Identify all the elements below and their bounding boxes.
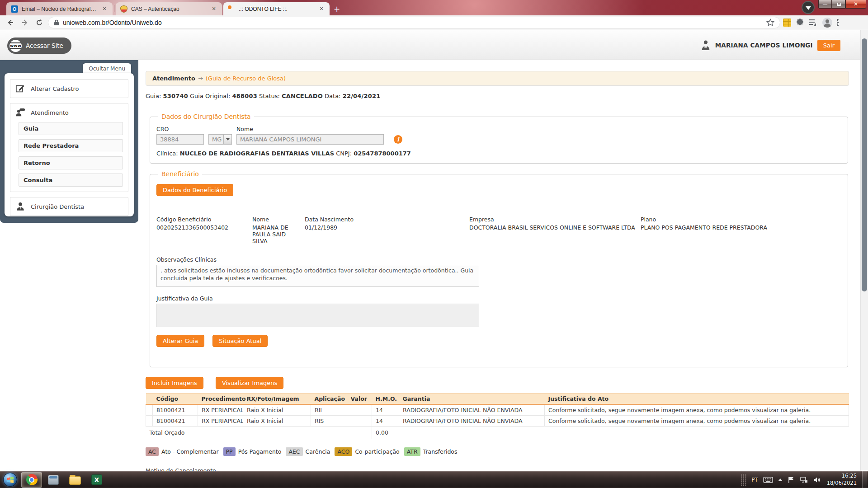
col-aplicacao: Aplicação	[311, 394, 347, 405]
extension-area	[783, 18, 840, 28]
sidebar-subitem[interactable]: Consulta	[19, 174, 123, 187]
page-scrollbar[interactable]	[860, 30, 868, 471]
sidebar: Ocultar Menu Alterar Cadastro	[0, 60, 138, 223]
clock-date: 18/06/2021	[827, 480, 857, 487]
new-tab-button[interactable]: +	[331, 3, 343, 15]
window-minimize-button[interactable]: —	[818, 0, 832, 9]
extension-icon[interactable]	[783, 19, 791, 27]
keyboard-icon[interactable]	[763, 477, 773, 483]
ocultar-menu-tab[interactable]: Ocultar Menu	[83, 63, 131, 74]
taskbar-chrome-button[interactable]	[21, 472, 42, 488]
motivo-cancelamento-label: Motivo de Cancelamento	[146, 467, 849, 471]
cell-garantia: RADIOGRAFIA/FOTO INICIAL NÃO ENVIADA	[399, 404, 545, 416]
cell-procedimento: RX PERIAPICAL	[198, 404, 243, 416]
chrome-menu-icon[interactable]	[837, 19, 839, 27]
dentista-legend: Dados do Cirurgião Dentista	[158, 113, 254, 120]
field-label: Data Nascimento	[305, 216, 464, 223]
sidebar-item-atendimento[interactable]: Atendimento	[15, 108, 123, 117]
url-bar[interactable]: unioweb.com.br/Odonto/Uniweb.do	[48, 17, 780, 28]
sidebar-item-alterar-cadastro[interactable]: Alterar Cadastro	[10, 79, 128, 98]
situacao-atual-button[interactable]: Situação Atual	[212, 335, 268, 347]
back-button[interactable]	[5, 17, 16, 28]
guia-number: 530740	[163, 93, 188, 99]
alterar-guia-button[interactable]: Alterar Guia	[156, 335, 204, 347]
scrollbar-thumb[interactable]	[862, 38, 867, 291]
tray-expand-icon[interactable]	[778, 479, 783, 481]
window-close-button[interactable]: ✕	[845, 0, 866, 9]
cro-input[interactable]: 38884	[156, 134, 204, 145]
www-globe-icon: www	[9, 40, 22, 52]
field-label: Nome	[252, 216, 299, 223]
justificativa-guia-label: Justificativa da Guia	[156, 295, 841, 302]
sair-button[interactable]: Sair	[817, 40, 840, 51]
total-value: 0,00	[372, 427, 399, 439]
profile-avatar[interactable]	[822, 18, 832, 28]
volume-icon[interactable]	[813, 476, 820, 483]
taskbar-clock[interactable]: 16:25 18/06/2021	[825, 473, 857, 487]
table-row[interactable]: 81000421 RX PERIAPICAL Raio X Inicial RI…	[146, 416, 849, 427]
procedures-table: Código Procedimento RX/Foto/Imagem Aplic…	[146, 393, 849, 439]
sidebar-subitem[interactable]: Rede Prestadora	[19, 139, 123, 152]
media-record-button[interactable]	[802, 1, 815, 14]
tab-close-icon[interactable]: ✕	[318, 5, 325, 13]
dados-beneficiario-button[interactable]: Dados do Beneficiário	[156, 184, 233, 196]
taskbar-explorer-button[interactable]	[65, 472, 85, 488]
legend-badge-label: Pós Pagamento	[238, 448, 282, 455]
observacoes-label: Observações Clínicas	[156, 256, 841, 263]
language-indicator[interactable]: PT	[751, 477, 758, 483]
uf-select[interactable]: MG	[208, 134, 232, 145]
web-page: www Acessar Site MARIANA CAMPOS LIMONGI …	[0, 30, 868, 471]
extensions-puzzle-icon[interactable]	[796, 19, 804, 27]
sidebar-subitem[interactable]: Guia	[19, 122, 123, 135]
cell-rx: Raio X Inicial	[243, 416, 311, 427]
action-center-flag-icon[interactable]	[788, 476, 795, 483]
uf-value: MG	[209, 135, 223, 144]
start-button[interactable]	[3, 473, 17, 487]
clinica-line: Clínica: NUCLEO DE RADIOGRAFIAS DENTARIA…	[156, 150, 841, 157]
justificativa-guia-textarea[interactable]	[156, 304, 479, 327]
refresh-button[interactable]	[33, 17, 45, 28]
app-header: www Acessar Site MARIANA CAMPOS LIMONGI …	[0, 30, 860, 60]
window-maximize-button[interactable]	[832, 0, 845, 9]
guia-summary: Guia: 530740 Guia Original: 488003 Statu…	[146, 93, 849, 99]
sidebar-subitem[interactable]: Retorno	[19, 156, 123, 169]
cell-valor	[347, 404, 372, 416]
forward-button[interactable]	[19, 17, 31, 28]
show-desktop-button[interactable]	[862, 471, 867, 488]
tab-close-icon[interactable]: ✕	[210, 5, 217, 13]
visualizar-imagens-button[interactable]: Visualizar Imagens	[216, 377, 283, 389]
table-row[interactable]: 81000421 RX PERIAPICAL Raio X Inicial RI…	[146, 404, 849, 416]
maximize-icon	[837, 3, 841, 6]
acessar-site-button[interactable]: www Acessar Site	[7, 38, 71, 54]
cell-aplicacao: RII	[311, 404, 347, 416]
bookmark-star-icon[interactable]	[766, 19, 774, 27]
main-content: Atendimento → (Guia de Recurso de Glosa)…	[146, 60, 849, 471]
excel-icon: X	[91, 474, 102, 485]
taskbar: X PT 16:25 18/06/2021	[0, 471, 868, 488]
tab-odonto-life[interactable]: .:: ODONTO LIFE ::. ✕	[223, 2, 330, 15]
reading-list-icon[interactable]	[809, 19, 818, 26]
field-value: 01/12/1989	[305, 224, 464, 231]
legend-badge-label: Transferidos	[423, 448, 458, 455]
beneficiario-field: Nome MARIANA DE PAULA SAID SILVA	[252, 216, 299, 244]
legend-badge: AC	[146, 447, 159, 456]
nome-label: Nome	[236, 126, 384, 132]
legend-badge-label: Carência	[306, 448, 330, 455]
cell-select	[146, 416, 153, 427]
tab-close-icon[interactable]: ✕	[101, 5, 108, 13]
nome-input[interactable]: MARIANA CAMPOS LIMONGI	[236, 134, 384, 145]
acessar-site-label: Acessar Site	[26, 42, 63, 49]
breadcrumb: Atendimento → (Guia de Recurso de Glosa)	[146, 71, 849, 86]
sidebar-item-cirurgiao-dentista[interactable]: Cirurgião Dentista	[10, 197, 128, 216]
edit-icon	[15, 84, 25, 94]
observacoes-textarea[interactable]: . atos solicitados estão inclusos na doc…	[156, 265, 479, 287]
network-icon[interactable]	[800, 476, 808, 483]
incluir-imagens-button[interactable]: Incluir Imagens	[146, 377, 203, 389]
tab-email[interactable]: O Email – Núcleo de Radiografias V ✕	[6, 2, 113, 15]
info-icon[interactable]: i	[394, 135, 402, 144]
user-area: MARIANA CAMPOS LIMONGI Sair	[701, 30, 840, 60]
breadcrumb-section: Atendimento	[152, 75, 195, 82]
taskbar-app-button[interactable]	[43, 472, 64, 488]
tab-cas[interactable]: CAS – Autenticação ✕	[116, 2, 222, 15]
taskbar-excel-button[interactable]: X	[86, 472, 107, 488]
